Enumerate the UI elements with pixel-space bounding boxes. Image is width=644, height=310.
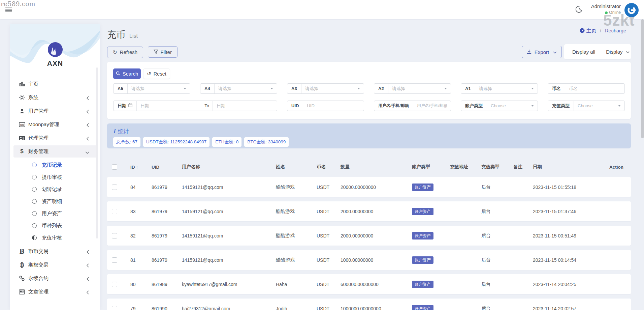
cell-uid: 861979: [147, 257, 177, 263]
cell-account-type: 账户资产: [407, 208, 445, 215]
cell-recharge-type: 后台: [477, 306, 509, 310]
filter-select-a2[interactable]: A2请选择: [374, 83, 451, 94]
sidebar-item-moonpay[interactable]: CC Moonpay管理: [13, 118, 97, 131]
filter-user-input[interactable]: 用户名/手机/邮箱用户名/手机/邮箱: [374, 101, 451, 111]
chevron-left-icon: [86, 276, 89, 282]
sidebar-subitem[interactable]: 划转记录: [10, 183, 100, 195]
chevron-left-icon: [86, 290, 89, 296]
caret-down-icon: [618, 105, 621, 107]
reset-button[interactable]: ↺Reset: [143, 68, 170, 79]
select-all-checkbox[interactable]: [112, 164, 117, 170]
cell-date: 2023-11-14 20:02:57: [528, 306, 605, 310]
brand-logo: [10, 42, 100, 57]
row-checkbox[interactable]: [112, 282, 117, 287]
row-checkbox[interactable]: [112, 185, 117, 190]
sidebar-subitem[interactable]: 用户资产: [10, 207, 100, 220]
table-row: 84 861979 14159121@qq.com 酷酷游戏 USDT 2000…: [107, 177, 631, 197]
circle-icon: [32, 211, 37, 216]
user-icon: [18, 108, 26, 114]
cell-username: 14159121@qq.com: [177, 257, 271, 263]
sidebar-subitem[interactable]: 资产明细: [10, 195, 100, 207]
filter-select-a3[interactable]: A3请选择: [287, 83, 364, 94]
chevron-down-icon: [85, 149, 89, 156]
display-all-button[interactable]: Display all: [572, 49, 595, 55]
sidebar-subitem[interactable]: 提币审核: [10, 171, 100, 183]
export-button[interactable]: Export: [522, 46, 562, 58]
sidebar-item-users[interactable]: 用户管理: [13, 105, 97, 117]
sidebar-subitem[interactable]: 币种列表: [10, 220, 100, 232]
sidebar-subitem[interactable]: 充值审核: [10, 232, 100, 244]
sidebar-item-agents[interactable]: 代理管理: [13, 132, 97, 144]
cell-account-type: 账户资产: [407, 232, 445, 239]
caret-down-icon: [531, 88, 534, 89]
filter-select-a4[interactable]: A4请选择: [200, 83, 277, 94]
cell-recharge-type: 后台: [477, 184, 509, 190]
col-username: 用户名称: [177, 164, 271, 170]
cell-date: 2023-11-15 00:14:54: [528, 257, 605, 263]
sidebar-item-articles[interactable]: 文章管理: [13, 286, 97, 298]
search-button[interactable]: Search: [113, 68, 141, 79]
chevron-left-icon: [86, 122, 89, 129]
table-row: 81 861979 14159121@qq.com 酷酷游戏 USDT 1000…: [107, 250, 631, 270]
dollar-icon: $: [18, 148, 26, 155]
cell-name: Haha: [271, 282, 312, 287]
filter-uid-input[interactable]: UIDUID: [287, 101, 364, 111]
cell-account-type: 账户资产: [407, 256, 445, 264]
caret-down-icon: [444, 88, 447, 89]
dashboard-icon: [580, 28, 585, 33]
avatar[interactable]: [624, 3, 639, 18]
row-checkbox[interactable]: [112, 209, 117, 214]
cell-date: 2023-11-14 20:04:25: [528, 282, 605, 287]
cell-coin: USDT: [312, 282, 336, 287]
table-header: ID↑ UID 用户名称 姓名 币名 数量 账户类型 充值地址 充值类型 备注 …: [107, 157, 631, 177]
chevron-down-icon: [553, 49, 557, 55]
cell-date: 2023-11-15 01:37:46: [528, 209, 605, 214]
col-coin: 币名: [312, 164, 336, 170]
cell-name: 酷酷游戏: [271, 257, 312, 263]
id-card-icon: [18, 136, 26, 141]
chevron-left-icon: [86, 95, 89, 102]
col-uid: UID: [147, 165, 177, 170]
sidebar-subitem[interactable]: 充币记录: [10, 159, 100, 171]
col-id[interactable]: ID↑: [126, 165, 147, 170]
cell-id: 83: [126, 209, 147, 214]
breadcrumb-home[interactable]: 主页: [580, 28, 596, 33]
cell-uid: 861979: [147, 185, 177, 190]
cell-amount: 20000.00000000: [336, 185, 407, 190]
circle-icon: [32, 235, 37, 240]
bar-chart-icon: [18, 81, 26, 87]
stat-badge: BTC金额: 3340099: [244, 137, 289, 147]
menu-toggle-button[interactable]: [5, 7, 12, 12]
sidebar-item-spot-trading[interactable]: B 币币交易: [13, 245, 97, 257]
sidebar-item-perpetual[interactable]: 永续合约: [13, 272, 97, 284]
letter-b-icon: B: [18, 248, 26, 255]
filter-recharge-type-select[interactable]: 充值类型Choose: [548, 101, 625, 111]
sidebar-item-options-trading[interactable]: B 期权交易: [13, 259, 97, 271]
cell-coin: USDT: [312, 233, 336, 238]
row-checkbox[interactable]: [112, 257, 117, 263]
page-subtitle: List: [129, 33, 138, 39]
cell-account-type: 账户资产: [407, 305, 445, 310]
cell-id: 79: [126, 306, 147, 310]
sidebar-scrollbar[interactable]: [96, 67, 98, 238]
filter-card: Search ↺Reset A5请选择 A4请选择 A3请选择 A2请选择 A1…: [107, 62, 631, 119]
cell-username: hai279312@gmail.com: [177, 306, 271, 310]
caret-down-icon: [357, 88, 360, 89]
download-icon: [527, 49, 532, 55]
filter-select-a5[interactable]: A5请选择: [113, 83, 190, 94]
account-type-badge: 账户资产: [412, 305, 433, 310]
sidebar-item-system[interactable]: 系统: [13, 91, 97, 104]
page-scrollbar[interactable]: [641, 19, 644, 138]
filter-coin-input[interactable]: 币名币名: [548, 83, 625, 94]
sidebar-item-home[interactable]: 主页: [13, 78, 97, 90]
display-dropdown[interactable]: Display: [606, 49, 629, 55]
row-checkbox[interactable]: [112, 233, 117, 238]
filter-select-a1[interactable]: A1请选择: [461, 83, 538, 94]
sidebar-item-finance[interactable]: $ 财务管理: [13, 145, 97, 158]
cell-amount: 600000.00000000: [336, 282, 407, 287]
cell-uid: 861990: [147, 306, 177, 310]
filter-account-type-select[interactable]: 账户类型Choose: [461, 101, 538, 111]
row-checkbox[interactable]: [112, 306, 117, 310]
topbar: Administrator Online: [0, 0, 644, 19]
filter-date-range[interactable]: 日期 日期 To 日期: [113, 101, 277, 111]
